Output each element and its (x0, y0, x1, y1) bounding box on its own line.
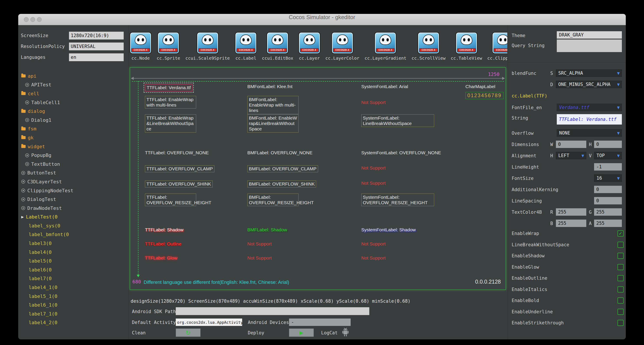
tree-item-labeltest0[interactable]: ▶LabelTest(0 (18, 213, 128, 222)
align-h-dropdown[interactable]: LEFT (556, 152, 586, 159)
toolbar-item[interactable]: COCOS2D-Xcc.ClippingN (487, 32, 507, 67)
toolbar-item[interactable]: COCOS2D-Xcc.LayerColor (326, 32, 360, 67)
canvas-label[interactable]: SystemFontLabel: OVERFLOW_RESIZE_HEIGHT (361, 194, 434, 206)
canvas-label[interactable]: BMFLabel: Shadow (247, 227, 287, 232)
tree-item-cell[interactable]: cell (18, 89, 128, 98)
toolbar-item[interactable]: COCOS2D-Xcc.Node (130, 32, 152, 67)
lineheight-input[interactable]: -1 (594, 163, 622, 170)
canvas-label[interactable]: BMFLabel: OVERFLOW_CLAMP (247, 165, 318, 172)
canvas-label[interactable]: Not Support (361, 180, 386, 186)
dimensions-width-input[interactable]: 0 (556, 140, 586, 148)
tree-item-clippingnodetest[interactable]: ClippingNodeTest (18, 186, 128, 195)
canvas-label[interactable]: TTFLabel: Verdana.ttf (145, 84, 192, 91)
canvas-label[interactable]: 0123456789 (466, 92, 504, 99)
toolbar-item[interactable]: COCOS2D-Xcc.Label (235, 32, 257, 67)
dimensions-height-input[interactable]: 0 (594, 140, 622, 148)
canvas-label[interactable]: TTFLabel: EnableWrap&LineBreakWithoutSpa… (145, 114, 196, 132)
toolbar-item[interactable]: COCOS2D-Xcc.ScrollView (412, 32, 446, 67)
toolbar-item[interactable]: COCOS2D-Xccui.Scale9Sprite (185, 32, 230, 67)
checkbox-linebreakwithoutspace[interactable] (618, 242, 624, 248)
tree-item-drawnodetest[interactable]: DrawNodeTest (18, 204, 128, 213)
toolbar-item[interactable]: COCOS2D-Xccui.EditBox (262, 32, 293, 67)
canvas-label[interactable]: SystemFontLabel: Arial (361, 84, 408, 89)
toolbar-item[interactable]: COCOS2D-Xcc.LayerGradient (364, 32, 406, 67)
tree-item-label30[interactable]: label3(0 (18, 239, 128, 248)
tree-item-label50[interactable]: label5(0 (18, 256, 128, 265)
tree-item-widget[interactable]: widget (18, 142, 128, 151)
checkbox-enableshadow[interactable] (618, 253, 624, 259)
checkbox-enableunderline[interactable] (618, 309, 624, 315)
canvas-label[interactable]: Not Support (361, 241, 386, 246)
string-input[interactable]: TTFLabel: Verdana.ttf (557, 114, 622, 124)
toolbar-item[interactable]: COCOS2D-Xcc.Sprite (157, 32, 180, 67)
canvas-label[interactable]: TTFLabel: EnableWrap with multi-lines (145, 96, 196, 108)
checkbox-enableoutline[interactable] (618, 275, 624, 281)
field-input[interactable]: en (69, 54, 124, 61)
tree-item-label70[interactable]: label7(0 (18, 274, 128, 283)
default-activity-input[interactable]: org.cocos2dx.lua.AppActivity (176, 318, 242, 326)
checkbox-enablestrikethrough[interactable] (618, 320, 624, 326)
tree-item-c3dlayertest[interactable]: C3DLayerTest (18, 177, 128, 186)
canvas-label[interactable]: Not Support (361, 165, 386, 170)
tree-item-label410[interactable]: label4_1(0 (18, 283, 128, 292)
logcat-button[interactable] (341, 327, 350, 337)
canvas-label[interactable]: TTFLabel: OVERFLOW_CLAMP (145, 165, 214, 172)
fontsize-dropdown[interactable]: 16 (594, 174, 622, 182)
canvas-label[interactable]: BMFontLabel: EnableWrap&LineBreakWithout… (247, 114, 298, 132)
tree-item-buttontest[interactable]: ButtonTest (18, 168, 128, 178)
tree-item-tablecell1[interactable]: TableCell1 (18, 98, 128, 107)
blend-src-dropdown[interactable]: SRC_ALPHA (556, 70, 622, 77)
tree-item-fsm[interactable]: fsm (18, 124, 128, 134)
tree-item-label610[interactable]: label6_1(0 (18, 300, 128, 310)
tree-item-labelbmfont0[interactable]: label_bmfont(0 (18, 230, 128, 239)
linespacing-input[interactable]: 0 (594, 197, 622, 204)
clean-button[interactable]: ↻ (176, 328, 200, 337)
tree-item-label40[interactable]: label4(0 (18, 248, 128, 257)
titlebar[interactable]: Cocos Simulator - gkeditor (18, 14, 626, 25)
overflow-dropdown[interactable]: NONE (557, 129, 622, 137)
theme-input[interactable]: DRAK_GRAY (557, 31, 622, 38)
canvas-label[interactable]: TTFLabel: OVERFLOW_SHINK (145, 180, 213, 188)
field-input[interactable]: UNIVERSAL (69, 42, 124, 50)
checkbox-enableitalics[interactable] (618, 286, 624, 292)
tree-item-apitest[interactable]: APITest (18, 80, 128, 90)
tree-item-dialog1[interactable]: Dialog1 (18, 116, 128, 124)
kerning-input[interactable]: 0 (594, 186, 622, 193)
sdk-path-input[interactable] (176, 307, 369, 315)
align-v-dropdown[interactable]: TOP (594, 152, 622, 159)
tree-item-popupbg[interactable]: PopupBg (18, 151, 128, 160)
tree-item-dialogtest[interactable]: DialogTest (18, 195, 128, 204)
checkbox-enablebold[interactable] (618, 298, 624, 304)
canvas-label[interactable]: Not Support (361, 100, 386, 105)
canvas-label[interactable]: TTFLabel: OVERFLOW_RESIZE_HEIGHT (145, 194, 196, 206)
query-string-input[interactable] (557, 40, 622, 52)
canvas-label[interactable]: CharMapLabel (466, 84, 495, 89)
fontfile-dropdown[interactable]: Verdana.ttf (557, 104, 622, 111)
textcolor-g-input[interactable]: 255 (594, 208, 622, 216)
canvas-label[interactable]: BMFLabel: OVERFLOW_RESIZE_HEIGHT (247, 194, 298, 206)
canvas-label[interactable]: TTFLabel: Shadow (145, 227, 183, 232)
tree-item-labelsys0[interactable]: label_sys(0 (18, 221, 128, 230)
textcolor-a-input[interactable]: 255 (594, 220, 622, 227)
canvas-label[interactable]: Not Support (361, 256, 386, 260)
scene-canvas[interactable]: 1250 680 Different language use differen… (130, 67, 506, 290)
deploy-button[interactable]: ▶ (289, 328, 314, 337)
tree-item-label420[interactable]: label4_2(0 (18, 318, 128, 327)
canvas-label[interactable]: Not Support (247, 256, 272, 260)
canvas-label[interactable]: TTFLabel: OVERFLOW_NONE (145, 150, 209, 155)
canvas-label[interactable]: SystemFontLabel: OVERFLOW_NONE (361, 150, 441, 155)
tree-item-label710[interactable]: label7_1(0 (18, 310, 128, 318)
canvas-label[interactable]: BMFLabel: OVERFLOW_SHINK (247, 180, 316, 188)
textcolor-r-input[interactable]: 255 (556, 208, 586, 216)
canvas-label[interactable]: TTFLabel: Glow (145, 256, 177, 260)
toolbar-item[interactable]: COCOS2D-Xcc.TableView (451, 32, 482, 67)
canvas-label[interactable]: BMFLabel: OVERFLOW_NONE (247, 150, 312, 155)
tree-item-label510[interactable]: label5_1(0 (18, 292, 128, 301)
canvas-label[interactable]: Not Support (247, 241, 272, 246)
tree-item-label60[interactable]: label6(0 (18, 265, 128, 274)
canvas-label[interactable]: BMFontLabel: Klee.fnt (247, 84, 292, 89)
tree-item-dialog[interactable]: dialog (18, 107, 128, 116)
canvas-label[interactable]: SystemFontLabel: LineBreakWithoutSpace (361, 114, 434, 127)
field-input[interactable]: 1280x720(16:9) (69, 32, 124, 40)
textcolor-b-input[interactable]: 255 (556, 220, 586, 227)
